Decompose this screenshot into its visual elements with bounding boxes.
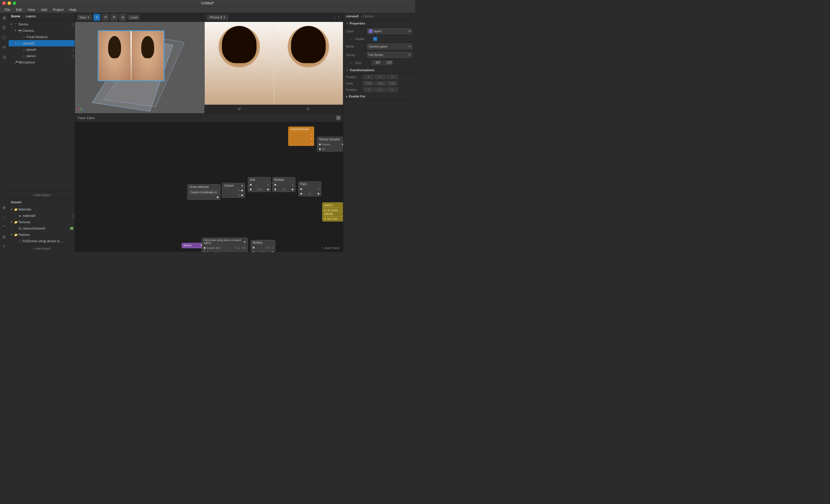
viewport-menu-button[interactable]: ⋮⋮ [332,15,341,20]
transformations-toggle[interactable]: ▼ [346,69,348,71]
menu-project[interactable]: Project [51,7,66,12]
rot-z[interactable]: 0 [387,87,398,92]
texture-out-port3[interactable] [310,143,312,144]
tree-item-material0[interactable]: ● material0 →| [9,213,75,219]
patches-icon[interactable]: ◎ [1,54,7,60]
rot-x[interactable]: 0 [363,87,374,92]
mode-select[interactable]: Camera space ▼ [367,43,412,49]
vertex-out-port[interactable] [217,196,219,198]
pack-in2[interactable] [300,193,302,195]
texture-out-port[interactable] [342,144,343,145]
node-add[interactable]: Add 0 0.25 [248,177,271,192]
tree-item-canvas0[interactable]: ▼ □ canvas0 [9,40,75,46]
unpack-out2[interactable] [241,194,243,196]
node-multiply-top[interactable]: Multiply 1 0.5 [272,177,295,192]
properties-toggle[interactable]: ▼ [346,22,348,25]
size-width[interactable]: 667 [372,60,382,65]
node-pack[interactable]: Pack 0 0 [298,181,321,196]
add-object-button[interactable]: + Add Object [9,191,75,198]
minimize-button[interactable] [7,1,11,5]
screen-scale-port[interactable] [204,252,205,252]
add-asset-button[interactable]: + Add Asset [9,245,75,252]
iphone-model-button[interactable]: iPhone 8 ▼ [207,15,228,20]
plane0-scale-port[interactable] [324,218,326,220]
add-in2[interactable] [250,189,252,190]
pack-out[interactable] [318,193,319,195]
size-height[interactable]: 375 [383,60,393,65]
tree-item-device[interactable]: ▼ 📱 Device →| [9,21,75,27]
camera-toggle[interactable]: ▼ [14,29,17,32]
node-plane0-scale[interactable]: plane0 3D Scale 1.11 3.75 1 [322,211,343,221]
node-multiply-mid[interactable]: Multiply 0.5 1 1 0.75 1 [251,240,275,252]
mul-top-in2[interactable] [274,189,276,190]
camera-reset-button[interactable]: ↺ [237,107,241,111]
menu-add[interactable]: Add [39,7,49,12]
camera-flip-button[interactable]: ↻ [307,107,310,111]
patch-editor-close-button[interactable]: ✕ [336,116,341,120]
node-texture-sampler[interactable]: Texture Sampler Texture UV [317,137,343,152]
add-out[interactable] [267,189,269,190]
assets-icon[interactable]: ⬡ [1,35,7,40]
texture-out-port1[interactable] [310,133,312,135]
layers-icon[interactable]: ☰ [1,25,7,31]
animation-icon[interactable]: ⟳ [1,44,7,50]
move-tool-button[interactable]: ✛ [93,14,100,21]
tree-item-camera-texture[interactable]: 🖼 cameraTexture0 A [9,225,75,231]
tree-item-camera[interactable]: ▼ 📷 Camera [9,27,75,34]
scale-x[interactable]: 0.00 [363,81,374,86]
menu-view[interactable]: View [25,7,37,12]
settings-icon[interactable]: ⚙ [1,234,7,240]
rotate-tool-button[interactable]: ↺ [102,14,109,21]
layers-tab[interactable]: Layers [26,14,36,18]
add-patch-button[interactable]: + Add Patch [322,246,340,250]
tree-item-microphone[interactable]: 🎤 Microphone [9,59,75,65]
add-in1[interactable] [250,184,252,186]
texture-in-port[interactable] [319,144,321,145]
upload-icon[interactable]: ↑ [1,215,7,220]
node-fit2screen[interactable]: Fit2Screen (drag device to patch editor)… [202,238,248,252]
tree-item-textures[interactable]: ▼ 📁 Textures [9,219,75,225]
fullscreen-button[interactable] [13,1,16,5]
uv-in-port[interactable] [319,148,321,150]
tree-item-plane0[interactable]: ◇ plane0 →| [9,46,75,53]
node-unpack[interactable]: Unpack 0 0 [222,183,245,198]
reset-tool-button[interactable]: ⟳ [111,14,118,21]
layer-select[interactable]: layer0 ▼ [367,28,412,34]
tree-item-fit2screen[interactable]: ⬡ Fit2Screen (drag device to... [9,238,75,244]
canvas0-toggle[interactable]: ▼ [14,41,17,45]
viewport-3d[interactable]: View ▼ ✛ ↺ ⟳ ◎ Local [75,13,204,113]
pos-x[interactable]: 0 [363,75,374,79]
help-icon[interactable]: ? [1,244,7,250]
patch-editor-canvas[interactable]: cameraTexture0 Texture Sampler [75,122,343,252]
menu-file[interactable]: File [2,7,12,12]
screen-size-port[interactable] [204,247,205,249]
node-camera-texture[interactable]: cameraTexture0 [288,127,314,146]
mul-mid-in1[interactable] [253,247,254,249]
texture-out-port2[interactable] [310,138,312,139]
local-button[interactable]: Local [128,15,139,20]
scale-z[interactable]: 0.00 [387,81,398,86]
sizing-select[interactable]: Full Screen ▼ [367,52,412,58]
view-dropdown-button[interactable]: View ▼ [77,15,92,20]
pos-y[interactable]: 0 [375,75,386,79]
tree-item-patches[interactable]: ▼ 📁 Patches [9,231,75,238]
unpack-out1[interactable] [241,190,243,191]
pack-in1[interactable] [300,188,302,190]
close-button[interactable] [2,1,6,5]
tree-item-focal[interactable]: — Focal Distance [9,34,75,40]
mul-top-in1[interactable] [274,184,276,186]
pos-z[interactable]: 0 [387,75,398,79]
tree-item-materials[interactable]: ▼ 📁 Materials [9,206,75,213]
menu-edit[interactable]: Edit [13,7,24,12]
device-icon[interactable]: 📱 [1,224,7,230]
menu-help[interactable]: Help [67,7,79,12]
visible-checkbox[interactable]: ✓ [373,37,377,41]
scene-tab[interactable]: Scene [11,14,20,18]
tree-item-plane1[interactable]: ◇ plane1 →| [9,53,75,59]
add-layer-icon[interactable]: ⊕ [1,205,7,211]
rot-y[interactable]: 0 [375,87,386,92]
mul-mid-in2[interactable] [253,251,254,252]
mul-mid-out[interactable] [272,251,273,252]
device-toggle[interactable]: ▼ [10,23,13,26]
mul-top-out[interactable] [292,189,293,190]
